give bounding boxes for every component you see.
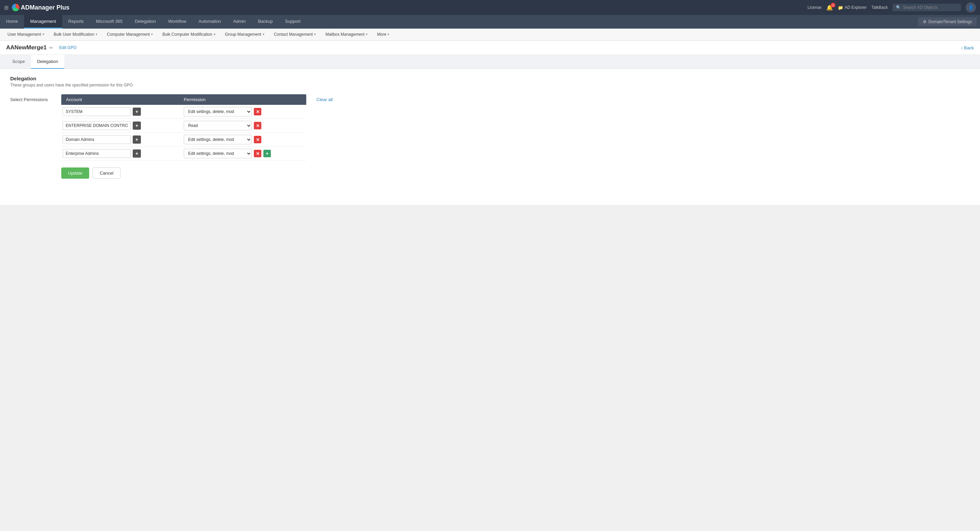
tab-delegation[interactable]: Delegation (31, 55, 64, 69)
nav-item-admin[interactable]: Admin (227, 15, 252, 29)
nav-items: Home Management Reports Microsoft 365 De… (0, 15, 307, 29)
chevron-left-icon: ‹ (961, 45, 963, 50)
account-cell-2: + (63, 121, 184, 130)
table-row: + Edit settings, delete, mod Read Edit s… (61, 105, 306, 119)
nav-item-support[interactable]: Support (279, 15, 307, 29)
delete-button-3[interactable]: ✕ (254, 136, 261, 143)
account-input-2[interactable] (63, 121, 130, 130)
chevron-down-icon: ▾ (263, 32, 264, 36)
app-grid-icon[interactable]: ⊞ (4, 5, 8, 11)
nav-item-backup[interactable]: Backup (252, 15, 279, 29)
subnav: User Management ▾ Bulk User Modification… (0, 29, 980, 41)
account-cell-4: + (63, 149, 184, 158)
account-add-button-4[interactable]: + (133, 150, 141, 158)
page-header: AANewMerge1 ✏ Edit GPO ‹ Back (0, 41, 980, 55)
account-add-button-2[interactable]: + (133, 121, 141, 130)
subnav-group-management[interactable]: Group Management ▾ (221, 29, 269, 40)
search-input[interactable] (903, 5, 958, 10)
main-content: Delegation These groups and users have t… (0, 69, 980, 205)
delete-button-4[interactable]: ✕ (254, 150, 261, 157)
cancel-button[interactable]: Cancel (92, 167, 121, 179)
account-header: Account (66, 97, 184, 102)
permission-header: Permission (184, 97, 301, 102)
subnav-mailbox-management[interactable]: Mailbox Management ▾ (321, 29, 372, 40)
delegation-section-title: Delegation (10, 76, 970, 81)
permissions-label: Select Permissions (10, 94, 51, 102)
permission-cell-3: Edit settings, delete, mod Read Edit set… (184, 135, 305, 144)
permission-select-2[interactable]: Read Edit settings, delete, mod Edit set… (184, 121, 252, 130)
chevron-down-icon: ▾ (314, 32, 316, 36)
table-row: + Edit settings, delete, mod Read Edit s… (61, 133, 306, 147)
delete-button-2[interactable]: ✕ (254, 122, 261, 129)
notification-bell[interactable]: 🔔 2 (826, 5, 833, 11)
subnav-user-management[interactable]: User Management ▾ (3, 29, 48, 40)
tab-scope[interactable]: Scope (6, 55, 31, 69)
avatar[interactable]: 👤 (966, 2, 976, 13)
table-row: + Read Edit settings, delete, mod Edit s… (61, 119, 306, 133)
nav-item-home[interactable]: Home (0, 15, 24, 29)
subnav-contact-management[interactable]: Contact Management ▾ (270, 29, 320, 40)
domain-settings-button[interactable]: ⚙ Domain/Tenant Settings (918, 18, 977, 26)
update-button[interactable]: Update (61, 167, 89, 179)
add-row-button[interactable]: + (263, 150, 271, 157)
subnav-more[interactable]: More ▾ (373, 29, 393, 40)
ad-explorer-link[interactable]: 📁 AD Explorer (838, 5, 867, 10)
chevron-down-icon: ▾ (95, 32, 97, 36)
license-link[interactable]: License (808, 5, 821, 10)
delete-button-1[interactable]: ✕ (254, 108, 261, 115)
chevron-down-icon: ▾ (151, 32, 153, 36)
permission-select-3[interactable]: Edit settings, delete, mod Read Edit set… (184, 135, 252, 144)
back-button[interactable]: ‹ Back (961, 45, 974, 50)
page-title: AANewMerge1 (6, 44, 47, 51)
navbar: Home Management Reports Microsoft 365 De… (0, 15, 980, 29)
gear-icon: ⚙ (923, 19, 927, 24)
search-box: 🔍 (892, 4, 961, 11)
nav-item-microsoft365[interactable]: Microsoft 365 (90, 15, 129, 29)
permissions-table: Account Permission + Edit settings, dele… (61, 94, 306, 179)
clear-all-link[interactable]: Clear all (317, 97, 333, 102)
nav-item-reports[interactable]: Reports (62, 15, 90, 29)
talkback-link[interactable]: TalkBack (872, 5, 888, 10)
subnav-bulk-computer-modification[interactable]: Bulk Computer Modification ▾ (158, 29, 220, 40)
chevron-down-icon: ▾ (214, 32, 215, 36)
folder-icon: 📁 (838, 5, 843, 10)
permission-cell-2: Read Edit settings, delete, mod Edit set… (184, 121, 305, 130)
chevron-down-icon: ▾ (366, 32, 368, 36)
permissions-section: Select Permissions Account Permission + … (10, 94, 970, 179)
account-cell-1: + (63, 107, 184, 116)
search-icon: 🔍 (896, 5, 901, 10)
edit-gpo-link[interactable]: Edit GPO (59, 45, 76, 50)
nav-item-automation[interactable]: Automation (192, 15, 227, 29)
app-logo: ADManager Plus (12, 4, 69, 11)
account-cell-3: + (63, 135, 184, 144)
table-header: Account Permission (61, 94, 306, 105)
permission-cell-1: Edit settings, delete, mod Read Edit set… (184, 107, 305, 116)
nav-item-delegation[interactable]: Delegation (129, 15, 162, 29)
notification-badge: 2 (830, 3, 835, 8)
nav-item-management[interactable]: Management (24, 15, 62, 29)
action-buttons: Update Cancel (61, 167, 306, 179)
delegation-section-desc: These groups and users have the specifie… (10, 83, 970, 88)
nav-item-workflow[interactable]: Workflow (162, 15, 192, 29)
account-input-1[interactable] (63, 107, 130, 116)
chevron-down-icon: ▾ (43, 32, 44, 36)
subnav-computer-management[interactable]: Computer Management ▾ (103, 29, 157, 40)
chevron-down-icon: ▾ (388, 32, 389, 36)
table-row: + Edit settings, delete, mod Read Edit s… (61, 147, 306, 161)
permission-select-1[interactable]: Edit settings, delete, mod Read Edit set… (184, 107, 252, 116)
tabs: Scope Delegation (0, 55, 980, 69)
permission-cell-4: Edit settings, delete, mod Read Edit set… (184, 149, 305, 158)
edit-pencil-icon: ✏ (49, 45, 53, 50)
logo-icon (12, 4, 19, 11)
account-input-4[interactable] (63, 149, 130, 158)
account-input-3[interactable] (63, 135, 130, 144)
account-add-button-3[interactable]: + (133, 136, 141, 144)
subnav-bulk-user-modification[interactable]: Bulk User Modification ▾ (50, 29, 102, 40)
account-add-button-1[interactable]: + (133, 108, 141, 116)
permission-select-4[interactable]: Edit settings, delete, mod Read Edit set… (184, 149, 252, 158)
